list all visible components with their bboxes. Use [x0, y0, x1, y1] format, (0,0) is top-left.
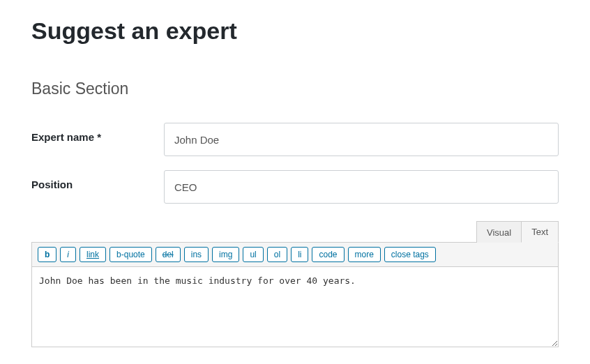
expert-name-label: Expert name *: [31, 123, 164, 143]
toolbar-bold-button[interactable]: b: [38, 247, 56, 262]
toolbar-close-button[interactable]: close tags: [384, 247, 436, 262]
tab-text[interactable]: Text: [521, 221, 559, 243]
toolbar-del-button[interactable]: del: [156, 247, 181, 262]
toolbar-italic-button[interactable]: i: [60, 247, 76, 262]
editor-wrapper: Visual Text b i link b-quote del ins img…: [31, 221, 559, 350]
toolbar-img-button[interactable]: img: [212, 247, 239, 262]
toolbar-ul-button[interactable]: ul: [243, 247, 263, 262]
position-input[interactable]: [164, 170, 559, 204]
toolbar-ins-button[interactable]: ins: [184, 247, 209, 262]
expert-name-row: Expert name *: [31, 123, 559, 156]
toolbar-ol-button[interactable]: ol: [267, 247, 287, 262]
toolbar-code-button[interactable]: code: [312, 247, 344, 262]
expert-name-input[interactable]: [164, 123, 559, 156]
toolbar-li-button[interactable]: li: [291, 247, 308, 262]
tab-visual[interactable]: Visual: [476, 221, 521, 243]
position-label: Position: [31, 170, 164, 190]
toolbar-more-button[interactable]: more: [348, 247, 381, 262]
editor-toolbar: b i link b-quote del ins img ul ol li co…: [31, 242, 559, 267]
toolbar-link-button[interactable]: link: [80, 247, 106, 262]
toolbar-bquote-button[interactable]: b-quote: [109, 247, 152, 262]
editor-tabs: Visual Text: [31, 221, 559, 243]
editor-textarea[interactable]: [31, 267, 559, 347]
position-row: Position: [31, 170, 559, 204]
section-title: Basic Section: [31, 79, 559, 98]
page-title: Suggest an expert: [31, 17, 559, 45]
